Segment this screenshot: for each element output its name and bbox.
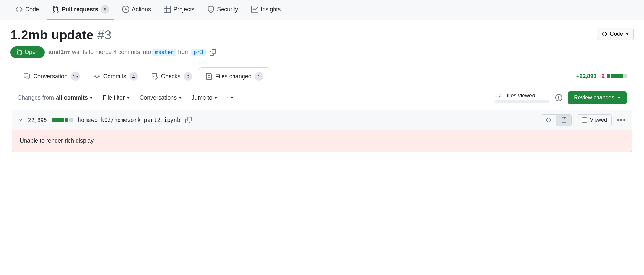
- pull-request-icon: [52, 6, 59, 13]
- tab-commits[interactable]: Commits 4: [87, 67, 145, 85]
- checklist-icon: [151, 73, 158, 80]
- nav-insights-label: Insights: [261, 6, 281, 13]
- file-filter[interactable]: File filter: [103, 94, 130, 101]
- file-lines-changed: 22,895: [28, 117, 47, 123]
- file-actions: Viewed •••: [541, 114, 626, 126]
- nav-pulls[interactable]: Pull requests 9: [47, 0, 114, 20]
- file-error-banner: Unable to render rich display: [12, 130, 632, 152]
- pr-header: 1.2mb update #3 Code: [10, 28, 634, 46]
- nav-projects[interactable]: Projects: [159, 0, 200, 20]
- caret-down-icon: [618, 97, 621, 99]
- file-diff-squares: [52, 118, 73, 122]
- nav-projects-label: Projects: [173, 6, 194, 13]
- head-branch[interactable]: pr3: [191, 49, 206, 56]
- diff-squares: [607, 74, 627, 78]
- files-viewed-progress: [494, 100, 549, 103]
- commit-icon: [94, 73, 100, 80]
- diff-stats: +22,893 −2: [576, 67, 627, 85]
- viewed-label: Viewed: [590, 117, 607, 123]
- nav-insights[interactable]: Insights: [246, 0, 286, 20]
- nav-code[interactable]: Code: [10, 0, 44, 20]
- copy-icon[interactable]: [210, 49, 216, 56]
- nav-code-label: Code: [25, 6, 39, 13]
- tab-checks[interactable]: Checks 0: [145, 67, 199, 85]
- viewed-checkbox[interactable]: [582, 117, 587, 123]
- conversation-count: 15: [71, 72, 80, 81]
- display-source-button[interactable]: [541, 115, 556, 126]
- file-filter-label: File filter: [103, 94, 125, 101]
- kebab-icon[interactable]: •••: [617, 116, 626, 124]
- code-icon: [16, 6, 23, 13]
- comment-icon: [24, 73, 30, 80]
- pulls-count: 9: [101, 5, 109, 14]
- table-icon: [164, 6, 171, 13]
- repo-nav: Code Pull requests 9 Actions Projects Se…: [0, 0, 644, 20]
- jump-to-filter[interactable]: Jump to: [192, 94, 217, 101]
- tab-conversation[interactable]: Conversation 15: [17, 67, 87, 85]
- graph-icon: [251, 6, 258, 13]
- nav-actions-label: Actions: [132, 6, 151, 13]
- info-icon[interactable]: [555, 94, 562, 101]
- state-badge: Open: [10, 46, 45, 58]
- files-count: 1: [255, 72, 263, 81]
- changes-from-value: all commits: [56, 94, 88, 101]
- viewed-toggle[interactable]: Viewed: [577, 114, 612, 126]
- code-icon: [601, 31, 607, 37]
- files-viewed-text: 0 / 1 files viewed: [494, 93, 549, 99]
- caret-down-icon: [179, 97, 182, 99]
- conversations-label: Conversations: [140, 94, 177, 101]
- nav-security[interactable]: Security: [202, 0, 243, 20]
- conversations-filter[interactable]: Conversations: [140, 94, 182, 101]
- diff-additions: +22,893: [576, 73, 597, 80]
- merge-text-pre: wants to merge 4 commits into: [70, 49, 152, 55]
- files-viewed: 0 / 1 files viewed: [494, 93, 549, 103]
- caret-down-icon: [127, 97, 130, 99]
- display-toggle: [541, 114, 572, 126]
- error-text: Unable to render rich display: [20, 138, 94, 144]
- files-toolbar: Changes from all commits File filter Con…: [10, 85, 634, 110]
- code-dropdown-button[interactable]: Code: [597, 28, 634, 40]
- caret-down-icon: [214, 97, 217, 99]
- jump-to-label: Jump to: [192, 94, 212, 101]
- play-icon: [122, 6, 129, 13]
- changes-from-filter[interactable]: Changes from all commits: [17, 94, 93, 101]
- nav-actions[interactable]: Actions: [117, 0, 156, 20]
- file-path[interactable]: homework02/homework_part2.ipynb: [78, 117, 180, 123]
- pr-title: 1.2mb update #3: [10, 28, 111, 42]
- review-changes-button[interactable]: Review changes: [568, 91, 627, 104]
- pr-tabs: Conversation 15 Commits 4 Checks 0 Files…: [10, 67, 634, 85]
- tab-checks-label: Checks: [161, 73, 181, 80]
- chevron-down-icon[interactable]: [18, 117, 23, 123]
- display-rich-button[interactable]: [556, 115, 571, 126]
- tab-commits-label: Commits: [103, 73, 126, 80]
- diff-deletions: −2: [598, 73, 605, 80]
- pr-meta: Open amit1rrr wants to merge 4 commits i…: [10, 46, 634, 58]
- nav-security-label: Security: [217, 6, 238, 13]
- shield-icon: [207, 6, 214, 13]
- copy-path-icon[interactable]: [185, 117, 192, 123]
- diff-settings-button[interactable]: [227, 94, 234, 101]
- merge-text-mid: from: [176, 49, 191, 55]
- author-link[interactable]: amit1rrr: [48, 49, 70, 55]
- tab-files-label: Files changed: [215, 73, 252, 80]
- base-branch[interactable]: master: [152, 49, 176, 56]
- file-header: 22,895 homework02/homework_part2.ipynb: [12, 110, 632, 130]
- file-diff-icon: [206, 73, 212, 80]
- caret-down-icon: [230, 97, 234, 99]
- commits-count: 4: [130, 72, 138, 81]
- state-label: Open: [25, 49, 39, 56]
- pr-title-text: 1.2mb update: [10, 28, 94, 42]
- pr-number: #3: [97, 28, 112, 42]
- tab-files[interactable]: Files changed 1: [199, 67, 270, 85]
- file-diff-box: 22,895 homework02/homework_part2.ipynb: [12, 110, 632, 152]
- code-button-label: Code: [610, 31, 623, 37]
- checks-count: 0: [184, 72, 192, 81]
- caret-down-icon: [626, 33, 629, 35]
- tab-conversation-label: Conversation: [33, 73, 68, 80]
- nav-pulls-label: Pull requests: [62, 6, 98, 13]
- pull-request-icon: [16, 49, 23, 56]
- caret-down-icon: [90, 97, 93, 99]
- review-changes-label: Review changes: [574, 94, 614, 101]
- merge-text: amit1rrr wants to merge 4 commits into m…: [48, 49, 206, 56]
- changes-from-label: Changes from: [17, 94, 54, 101]
